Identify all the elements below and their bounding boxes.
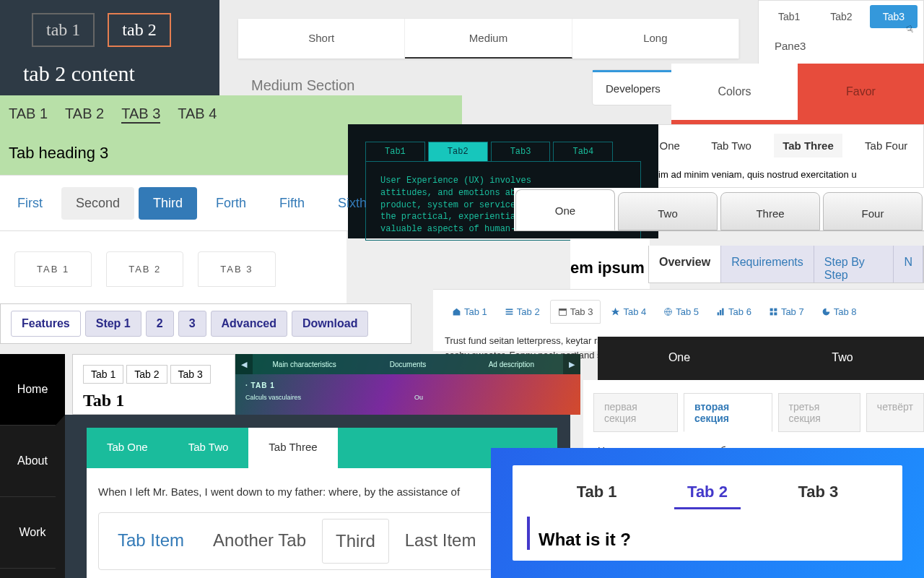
tab-2[interactable]: Tab 2 [126, 365, 167, 384]
tab-four[interactable]: Four [823, 192, 923, 230]
lorem-fragment: em ipsum [570, 238, 650, 289]
tab-favorite[interactable]: Favor [798, 64, 924, 120]
svg-rect-1 [505, 311, 513, 313]
tab-2[interactable]: Tab 2 [497, 300, 547, 324]
tab-1[interactable]: Tab 1 [564, 477, 630, 509]
star-icon [611, 307, 620, 316]
tab-four[interactable]: Tab Four [856, 134, 916, 158]
next-arrow-icon[interactable]: ▶ [563, 354, 580, 374]
tab-1[interactable]: Tab 1 [445, 300, 494, 324]
tab-overview[interactable]: Overview [649, 246, 721, 282]
tab-medium[interactable]: Medium [405, 19, 572, 59]
tab-third[interactable]: Third [139, 187, 197, 220]
panel-tab-one-four: ab One Tab Two Tab Three Tab Four Ut eni… [628, 124, 924, 188]
tab-two[interactable]: Two [761, 337, 924, 380]
panel-features-steps: Features Step 1 2 3 Advanced Download [0, 303, 411, 344]
tab-step-by-step[interactable]: Step By Step [814, 246, 894, 282]
tab-2[interactable]: Tab 2 [674, 477, 741, 509]
tab-5[interactable]: Tab 5 [656, 300, 706, 324]
tab-6[interactable]: Tab 6 [709, 300, 759, 324]
tab-1[interactable]: TAB 1 [9, 105, 48, 124]
panel-blue-pill-small: Tab1 Tab2 Tab3 Pane3 [758, 0, 924, 74]
tab-2[interactable]: TAB 2 [65, 105, 104, 124]
tab-first[interactable]: First [3, 187, 57, 220]
tab-1[interactable]: Tab1 [765, 5, 813, 28]
svg-rect-4 [559, 309, 566, 310]
tab-3[interactable]: Tab3 [491, 142, 551, 161]
tab-1[interactable]: tab 1 [32, 13, 95, 47]
tab-features[interactable]: Features [11, 311, 81, 337]
tab-3[interactable]: TAB 3 [121, 105, 160, 124]
sub-label-1: Calculs vasculaires [245, 394, 301, 401]
tab-4[interactable]: Tab4 [553, 142, 613, 161]
panel-red-colors: Colors Favor [671, 64, 924, 124]
tab-colors[interactable]: Colors [671, 64, 798, 120]
tab-3[interactable]: Tab3 [870, 5, 918, 28]
tab-long[interactable]: Long [572, 19, 739, 59]
tab-download[interactable]: Download [292, 311, 368, 337]
sidebar-item-home[interactable]: Home [0, 354, 65, 426]
tab-one[interactable]: One [515, 189, 615, 230]
tab-short[interactable]: Short [238, 19, 405, 59]
inner-tab-last[interactable]: Last Item [392, 519, 489, 564]
tab-1[interactable]: TAB 1 [14, 251, 92, 287]
tab-3[interactable]: Tab 3 [550, 300, 601, 324]
tab-three[interactable]: Three [720, 192, 820, 230]
section-title: Medium Section [219, 59, 354, 94]
tab-ad-description[interactable]: Ad description [460, 361, 563, 368]
sidebar-item-work[interactable]: Work [0, 497, 65, 569]
tab-step-3[interactable]: 3 [178, 311, 206, 337]
grid-icon [769, 307, 778, 316]
tab-forth[interactable]: Forth [201, 187, 261, 220]
tab-1[interactable]: Tab1 [365, 142, 425, 161]
tab-two[interactable]: Tab Two [702, 134, 760, 158]
tab-2[interactable]: TAB 2 [106, 251, 183, 287]
prev-arrow-icon[interactable]: ◀ [235, 354, 253, 374]
tab-documents[interactable]: Documents [356, 361, 459, 368]
tab-requirements[interactable]: Requirements [721, 246, 814, 282]
cursor-icon [907, 24, 913, 35]
tab-two[interactable]: Tab Two [168, 428, 249, 468]
tab-3[interactable]: Tab 3 [170, 365, 211, 384]
tab-step-1[interactable]: Step 1 [85, 311, 141, 337]
tab-three[interactable]: Tab Three [774, 134, 842, 158]
sub-label-2: Ou [414, 394, 423, 401]
tab-n[interactable]: N [894, 246, 923, 282]
tab-4[interactable]: TAB 4 [178, 105, 217, 124]
tab-advanced[interactable]: Advanced [211, 311, 287, 337]
tab-8[interactable]: Tab 8 [814, 300, 864, 324]
tab-two[interactable]: Two [618, 192, 718, 230]
tab-step-2[interactable]: 2 [146, 311, 174, 337]
tab-fifth[interactable]: Fifth [265, 187, 319, 220]
inner-tab-another[interactable]: Another Tab [200, 519, 319, 564]
tab-3[interactable]: TAB 3 [198, 251, 275, 287]
tab-section-3[interactable]: третья секция [778, 393, 860, 432]
panel-plain-cards: TAB 1 TAB 2 TAB 3 [0, 231, 346, 303]
inner-tab-third[interactable]: Third [322, 519, 389, 564]
tab-three[interactable]: Tab Three [248, 428, 337, 468]
inner-tab-item[interactable]: Tab Item [105, 519, 197, 564]
globe-icon [663, 307, 673, 316]
sidebar-item-about[interactable]: About [0, 426, 65, 497]
svg-rect-11 [770, 312, 773, 315]
tab-one[interactable]: One [598, 337, 761, 380]
tab-2[interactable]: Tab2 [428, 142, 488, 161]
tab-label: · TAB 1 [235, 374, 580, 389]
panel-small-classic: Tab 1 Tab 2 Tab 3 Tab 1 [72, 354, 235, 415]
panel-overview-tabs: Overview Requirements Step By Step N [648, 246, 924, 283]
tab-3[interactable]: Tab 3 [785, 477, 851, 509]
tab-2[interactable]: tab 2 [108, 13, 170, 47]
tab-2[interactable]: Tab2 [817, 5, 865, 28]
tab-4[interactable]: Tab 4 [603, 300, 653, 324]
tab-1[interactable]: Tab 1 [83, 365, 123, 384]
tab-main[interactable]: Main characteristics [253, 361, 356, 368]
tab-second[interactable]: Second [61, 187, 134, 220]
sub-tab-developers[interactable]: Developers [593, 70, 674, 105]
tab-section-4[interactable]: четвёрт [866, 393, 924, 432]
tab-section-1[interactable]: первая секция [593, 393, 678, 432]
tab-7[interactable]: Tab 7 [762, 300, 811, 324]
tab-one[interactable]: Tab One [87, 428, 168, 468]
tab-section-2[interactable]: вторая секция [684, 393, 772, 432]
tab-sixth[interactable]: Sixth [323, 187, 381, 220]
panel-dark-one-two: One Two [598, 337, 924, 380]
